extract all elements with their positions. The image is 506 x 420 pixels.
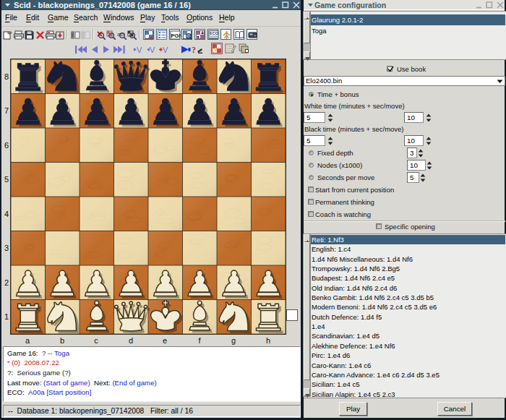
svg-text:V: V xyxy=(150,46,155,54)
svg-text:ECO: ECO xyxy=(210,31,219,35)
svg-text:?: ? xyxy=(192,45,196,54)
svg-text:V: V xyxy=(137,46,142,54)
svg-text:+: + xyxy=(9,30,12,35)
svg-text:V: V xyxy=(163,46,168,54)
svg-text:PGN: PGN xyxy=(171,33,181,39)
svg-text:9: 9 xyxy=(214,47,217,52)
